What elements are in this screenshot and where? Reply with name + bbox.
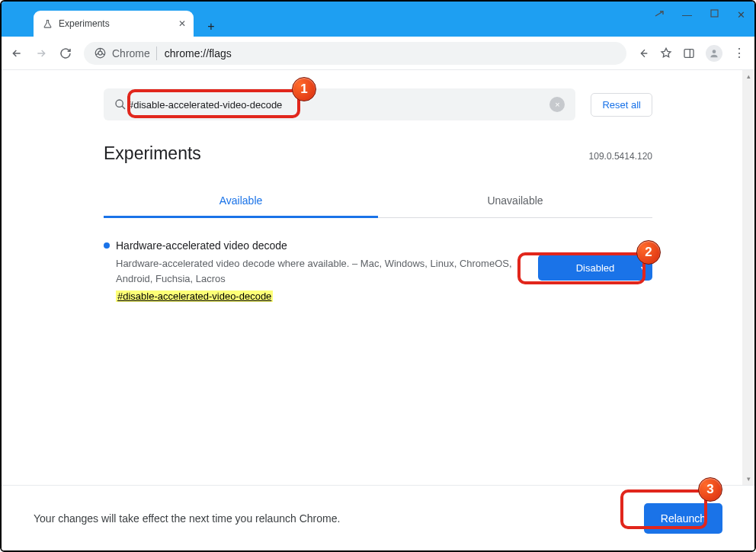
window-maximize-button[interactable]	[710, 9, 719, 21]
chevron-down-icon: ▾	[641, 264, 645, 272]
new-tab-button[interactable]: +	[201, 17, 221, 37]
plus-icon: +	[207, 20, 214, 34]
tab-unavailable[interactable]: Unavailable	[378, 185, 652, 218]
window-minimize-button[interactable]: —	[682, 9, 692, 21]
flask-icon	[43, 19, 53, 29]
browser-toolbar: Chrome chrome://flags ⋮	[2, 37, 754, 70]
flag-state-select[interactable]: Disabled ▾	[538, 255, 652, 281]
close-tab-icon[interactable]: ✕	[178, 18, 186, 29]
footer-message: Your changes will take effect the next t…	[34, 512, 340, 525]
svg-rect-3	[684, 49, 694, 57]
chrome-menu-icon[interactable]: ⋮	[733, 46, 745, 60]
clear-search-icon[interactable]: ×	[549, 97, 565, 112]
share-icon[interactable]	[637, 47, 649, 59]
window-minimize-button[interactable]	[655, 9, 664, 21]
svg-point-4	[713, 50, 716, 53]
flag-state-value: Disabled	[576, 262, 615, 274]
nav-forward-button[interactable]	[35, 47, 49, 59]
omnibox[interactable]: Chrome chrome://flags	[84, 42, 626, 65]
profile-avatar[interactable]	[706, 45, 722, 62]
reset-all-button[interactable]: Reset all	[591, 93, 652, 117]
svg-point-5	[116, 100, 123, 107]
vertical-scrollbar[interactable]: ▴ ▾	[742, 70, 754, 485]
scroll-up-arrow-icon[interactable]: ▴	[742, 70, 754, 82]
relaunch-button[interactable]: Relaunch	[644, 503, 722, 534]
omnibox-divider	[156, 47, 157, 60]
flag-row: Hardware-accelerated video decode Hardwa…	[104, 218, 652, 302]
flags-search-box[interactable]: ×	[104, 88, 575, 120]
nav-reload-button[interactable]	[59, 47, 73, 59]
flag-permalink[interactable]: #disable-accelerated-video-decode	[116, 290, 523, 302]
chrome-logo-icon	[94, 47, 106, 59]
svg-rect-0	[711, 10, 718, 17]
browser-tab[interactable]: Experiments ✕	[34, 11, 194, 37]
scroll-down-arrow-icon[interactable]: ▾	[742, 473, 754, 485]
modified-dot-icon	[104, 242, 110, 249]
tab-title: Experiments	[59, 18, 110, 29]
flags-search-input[interactable]	[127, 98, 549, 111]
version-label: 109.0.5414.120	[589, 151, 652, 162]
window-close-button[interactable]: ✕	[737, 9, 745, 21]
flag-title: Hardware-accelerated video decode	[116, 239, 287, 252]
tab-available[interactable]: Available	[104, 185, 378, 218]
nav-back-button[interactable]	[11, 47, 24, 59]
svg-point-2	[98, 51, 102, 55]
omnibox-security-label: Chrome	[112, 47, 150, 59]
flag-description: Hardware-accelerated video decode where …	[116, 256, 523, 286]
bookmark-star-icon[interactable]	[660, 47, 672, 59]
side-panel-icon[interactable]	[683, 47, 695, 59]
window-titlebar: Experiments ✕ + — ✕	[2, 2, 754, 37]
page-title: Experiments	[104, 143, 201, 164]
omnibox-url: chrome://flags	[165, 47, 232, 59]
search-icon	[114, 98, 127, 111]
page-content: × Reset all Experiments 109.0.5414.120 A…	[2, 70, 754, 550]
relaunch-footer: Your changes will take effect the next t…	[2, 485, 754, 550]
flags-tabs: Available Unavailable	[104, 185, 652, 218]
